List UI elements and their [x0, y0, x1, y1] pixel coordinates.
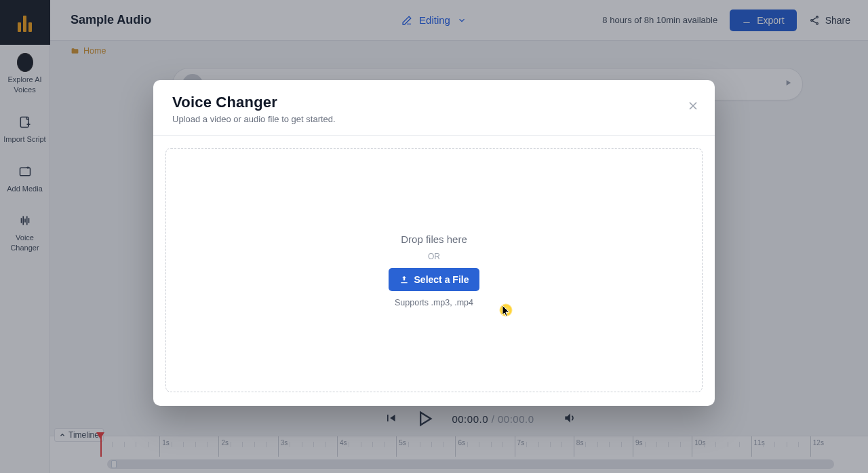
- close-icon: [686, 99, 700, 113]
- upload-icon: [399, 275, 409, 284]
- dropzone-text: Drop files here: [401, 233, 467, 245]
- dropzone-or: OR: [428, 252, 440, 261]
- file-dropzone[interactable]: Drop files here OR Select a File Support…: [165, 148, 703, 392]
- voice-changer-modal: Voice Changer Upload a video or audio fi…: [153, 80, 715, 406]
- select-file-label: Select a File: [414, 274, 469, 285]
- modal-title: Voice Changer: [172, 94, 696, 111]
- supports-text: Supports .mp3, .mp4: [395, 298, 473, 307]
- modal-subtitle: Upload a video or audio file to get star…: [172, 114, 696, 124]
- modal-scrim[interactable]: Voice Changer Upload a video or audio fi…: [0, 0, 868, 473]
- modal-close-button[interactable]: [684, 96, 703, 115]
- select-file-button[interactable]: Select a File: [389, 268, 480, 291]
